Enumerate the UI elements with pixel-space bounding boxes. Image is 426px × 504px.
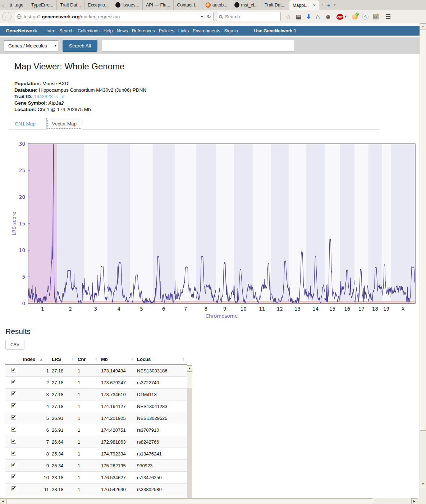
close-icon[interactable]: ×: [313, 3, 316, 8]
browser-tab[interactable]: TypeErro...: [28, 0, 57, 10]
reload-icon[interactable]: ↻: [207, 14, 211, 19]
screenshot-addon-icon[interactable]: se: [373, 14, 379, 19]
browser-tab[interactable]: Trait Dat...: [261, 0, 289, 10]
genenetwork-brand[interactable]: GeneNetwork: [6, 28, 37, 33]
url-bar[interactable]: test-gn2.genenetwork.org/marker_regressi…: [14, 12, 214, 21]
nav-link-collections[interactable]: Collections: [78, 28, 100, 33]
page-horizontal-scrollbar[interactable]: ◀ ▶: [0, 498, 420, 504]
search-all-button[interactable]: Search All: [63, 40, 97, 52]
tab-gn1-map[interactable]: GN1 Map: [9, 118, 41, 129]
browser-tab[interactable]: autob...: [202, 0, 231, 10]
nav-link-policies[interactable]: Policies: [159, 28, 174, 33]
row-checkbox[interactable]: [12, 486, 16, 491]
svg-text:18: 18: [372, 306, 378, 312]
tab-vector-map[interactable]: Vector Map: [46, 118, 82, 130]
nav-link-links[interactable]: Links: [178, 28, 189, 33]
downloads-icon[interactable]: ⬇: [306, 14, 311, 20]
svg-text:2: 2: [69, 306, 72, 312]
cookies-addon-icon[interactable]: [352, 14, 358, 19]
column-header-lrs[interactable]: LRS▲▼: [50, 354, 76, 365]
back-button[interactable]: ←: [2, 12, 12, 21]
csv-export-button[interactable]: CSV: [5, 340, 24, 350]
row-checkbox[interactable]: [12, 451, 16, 455]
nav-link-intro[interactable]: Intro: [46, 28, 55, 33]
bookmark-star-icon[interactable]: ☆: [285, 14, 291, 20]
skype-addon-icon[interactable]: S: [362, 14, 368, 20]
column-header-mb[interactable]: Mb▲▼: [100, 354, 136, 365]
table-cell: NES13041283: [136, 400, 187, 412]
row-checkbox[interactable]: [12, 463, 16, 467]
feedback-icon[interactable]: ☻: [325, 13, 332, 20]
row-checkbox[interactable]: [12, 475, 16, 479]
browser-tab[interactable]: Mappi...×: [289, 0, 319, 10]
row-checkbox[interactable]: [12, 403, 16, 408]
table-scroll-thumb[interactable]: [187, 371, 192, 388]
scroll-up-icon[interactable]: ▲: [420, 23, 426, 29]
row-checkbox[interactable]: [12, 380, 16, 384]
table-scrollbar[interactable]: ▲: [187, 365, 192, 504]
browser-tab[interactable]: Trait Dat...: [57, 0, 84, 10]
nav-link-help[interactable]: Help: [104, 28, 113, 33]
browser-tab[interactable]: tt...age: [6, 0, 28, 10]
vertical-scroll-thumb[interactable]: [420, 30, 426, 431]
scroll-right-icon[interactable]: ▶: [411, 498, 417, 504]
table-cell: 174.201925: [100, 412, 136, 424]
tab-list-icon[interactable]: ▾: [334, 3, 336, 7]
row-checkbox[interactable]: [12, 439, 16, 444]
adblock-icon[interactable]: ABP▼: [336, 14, 347, 20]
table-row: 726.641172.981863rs8242766: [5, 436, 187, 448]
page-vertical-scrollbar[interactable]: ▲ ▼: [420, 23, 426, 498]
table-scroll-up-icon[interactable]: ▲: [187, 365, 192, 371]
nav-link-environments[interactable]: Environments: [193, 28, 220, 33]
column-header-chr[interactable]: Chr▲▼: [76, 354, 100, 365]
row-checkbox[interactable]: [12, 391, 16, 396]
tab-label: autob...: [212, 3, 228, 8]
browser-tab[interactable]: API — Fla...: [143, 0, 174, 10]
new-tab-button[interactable]: +: [327, 2, 330, 8]
bookmarks-menu-icon[interactable]: ▤: [296, 14, 301, 20]
meta-row: Gene Symbol: Atp1a2: [14, 101, 420, 106]
scroll-down-icon[interactable]: ▼: [420, 481, 426, 487]
trait-id-link[interactable]: 1443823_s_at: [34, 94, 65, 99]
column-header-index[interactable]: Index▲: [22, 354, 50, 365]
nav-link-references[interactable]: References: [132, 28, 155, 33]
sort-icon: ▲▼: [72, 357, 74, 361]
tab-scroll-right-icon[interactable]: ›: [322, 3, 324, 8]
browser-tab[interactable]: mst_cl...: [231, 0, 262, 10]
tab-label: Mappi...: [293, 3, 308, 8]
browser-tab[interactable]: Exceptio...: [84, 0, 112, 10]
tab-scroll-left-icon[interactable]: ‹: [0, 0, 6, 10]
browser-search-box[interactable]: [216, 12, 281, 21]
table-row: 626.911174.420751rs3707910: [5, 424, 187, 436]
scroll-left-icon[interactable]: ◀: [0, 498, 6, 504]
meta-value: Mouse BXD: [42, 81, 68, 86]
browser-tab[interactable]: Contact I...: [174, 0, 202, 10]
app-menu-icon[interactable]: ☰: [385, 14, 391, 20]
table-cell: 174.792334: [100, 448, 136, 460]
nav-link-sign-in[interactable]: Sign in: [224, 28, 238, 33]
nav-link-news[interactable]: News: [117, 28, 128, 33]
home-icon[interactable]: ⌂: [316, 13, 320, 20]
tab-label: Issues...: [122, 3, 139, 8]
table-cell: 1: [76, 377, 100, 389]
table-cell: 3: [22, 389, 50, 400]
column-header-locus[interactable]: Locus▲▼: [136, 354, 187, 365]
nav-link-search[interactable]: Search: [59, 28, 74, 33]
search-category-select[interactable]: Genes / Molecules ▾: [4, 40, 58, 51]
svg-text:15: 15: [19, 220, 25, 226]
table-cell: 27.18: [50, 377, 76, 389]
browser-tab[interactable]: Issues...: [112, 0, 143, 10]
url-text[interactable]: test-gn2.genenetwork.org/marker_regressi…: [24, 14, 199, 19]
svg-text:9: 9: [223, 306, 226, 312]
browser-tab-bar: ‹ tt...ageTypeErro...Trait Dat...Excepti…: [0, 0, 426, 10]
row-checkbox[interactable]: [12, 368, 16, 372]
row-checkbox[interactable]: [12, 415, 16, 420]
url-dropdown-icon[interactable]: ▾: [199, 15, 205, 19]
global-search-input[interactable]: [102, 40, 294, 52]
table-row: 526.911174.201925NES13029525: [5, 412, 187, 424]
browser-search-input[interactable]: [224, 14, 267, 20]
use-genenetwork1-link[interactable]: Use GeneNetwork 1: [254, 28, 296, 33]
svg-text:16: 16: [344, 306, 350, 312]
row-checkbox[interactable]: [12, 427, 16, 432]
horizontal-scroll-thumb[interactable]: [6, 498, 373, 504]
